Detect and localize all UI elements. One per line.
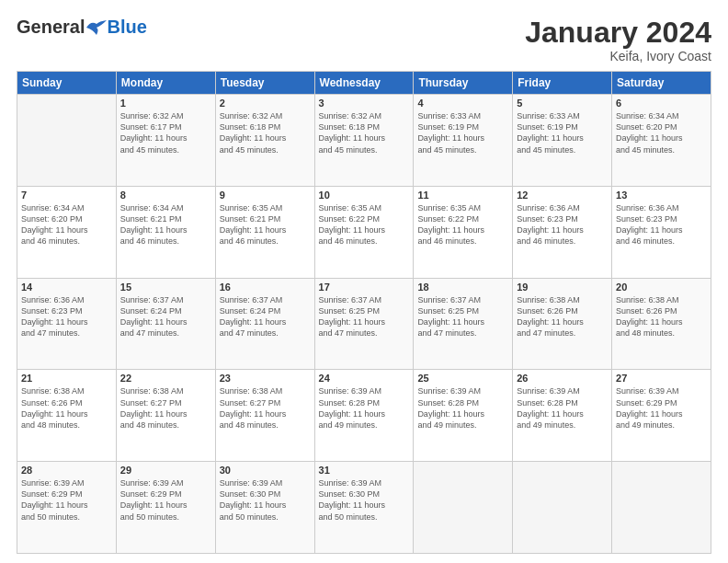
calendar-cell: 27Sunrise: 6:39 AM Sunset: 6:29 PM Dayli… [612, 370, 711, 462]
day-info: Sunrise: 6:33 AM Sunset: 6:19 PM Dayligh… [517, 110, 608, 155]
day-number: 24 [319, 373, 410, 384]
calendar-cell: 13Sunrise: 6:36 AM Sunset: 6:23 PM Dayli… [612, 186, 711, 278]
calendar-cell: 22Sunrise: 6:38 AM Sunset: 6:27 PM Dayli… [116, 370, 215, 462]
day-info: Sunrise: 6:38 AM Sunset: 6:26 PM Dayligh… [616, 294, 707, 339]
calendar-cell: 25Sunrise: 6:39 AM Sunset: 6:28 PM Dayli… [414, 370, 513, 462]
day-info: Sunrise: 6:35 AM Sunset: 6:22 PM Dayligh… [319, 202, 410, 247]
calendar-cell: 20Sunrise: 6:38 AM Sunset: 6:26 PM Dayli… [612, 278, 711, 370]
calendar-cell: 10Sunrise: 6:35 AM Sunset: 6:22 PM Dayli… [314, 186, 414, 278]
calendar-cell: 29Sunrise: 6:39 AM Sunset: 6:29 PM Dayli… [116, 462, 215, 554]
calendar-cell: 7Sunrise: 6:34 AM Sunset: 6:20 PM Daylig… [17, 186, 117, 278]
calendar-cell: 11Sunrise: 6:35 AM Sunset: 6:22 PM Dayli… [414, 186, 513, 278]
day-info: Sunrise: 6:39 AM Sunset: 6:30 PM Dayligh… [319, 477, 410, 523]
calendar-cell: 24Sunrise: 6:39 AM Sunset: 6:28 PM Dayli… [314, 370, 414, 462]
calendar-week-row: 28Sunrise: 6:39 AM Sunset: 6:29 PM Dayli… [17, 462, 711, 554]
day-info: Sunrise: 6:39 AM Sunset: 6:29 PM Dayligh… [21, 477, 112, 523]
day-number: 27 [616, 373, 707, 384]
day-info: Sunrise: 6:32 AM Sunset: 6:18 PM Dayligh… [220, 110, 311, 155]
day-info: Sunrise: 6:38 AM Sunset: 6:26 PM Dayligh… [517, 294, 608, 339]
calendar-cell: 5Sunrise: 6:33 AM Sunset: 6:19 PM Daylig… [513, 95, 612, 187]
day-number: 12 [517, 190, 608, 201]
logo-blue: Blue [107, 17, 146, 38]
day-info: Sunrise: 6:37 AM Sunset: 6:24 PM Dayligh… [120, 294, 211, 339]
day-info: Sunrise: 6:39 AM Sunset: 6:30 PM Dayligh… [220, 477, 311, 523]
day-number: 7 [21, 190, 112, 201]
day-info: Sunrise: 6:39 AM Sunset: 6:29 PM Dayligh… [120, 477, 211, 523]
header-tuesday: Tuesday [215, 72, 314, 95]
calendar-cell [17, 95, 117, 187]
day-number: 26 [517, 373, 608, 384]
calendar: Sunday Monday Tuesday Wednesday Thursday… [17, 71, 711, 554]
day-info: Sunrise: 6:37 AM Sunset: 6:24 PM Dayligh… [220, 294, 311, 339]
day-number: 19 [517, 282, 608, 293]
day-number: 9 [220, 190, 311, 201]
day-number: 20 [616, 282, 707, 293]
day-number: 11 [417, 190, 508, 201]
day-number: 8 [120, 190, 211, 201]
day-number: 3 [319, 98, 410, 109]
header: General Blue January 2024 Keifa, Ivory C… [17, 17, 711, 63]
calendar-cell: 2Sunrise: 6:32 AM Sunset: 6:18 PM Daylig… [215, 95, 314, 187]
location: Keifa, Ivory Coast [525, 49, 711, 63]
day-number: 2 [220, 98, 311, 109]
day-number: 15 [120, 282, 211, 293]
day-info: Sunrise: 6:35 AM Sunset: 6:22 PM Dayligh… [417, 202, 508, 247]
day-number: 25 [417, 373, 508, 384]
day-info: Sunrise: 6:38 AM Sunset: 6:27 PM Dayligh… [220, 385, 311, 431]
day-info: Sunrise: 6:34 AM Sunset: 6:21 PM Dayligh… [120, 202, 211, 247]
title-area: January 2024 Keifa, Ivory Coast [525, 17, 711, 63]
calendar-cell: 9Sunrise: 6:35 AM Sunset: 6:21 PM Daylig… [215, 186, 314, 278]
calendar-cell: 6Sunrise: 6:34 AM Sunset: 6:20 PM Daylig… [612, 95, 711, 187]
day-number: 28 [21, 465, 112, 476]
header-thursday: Thursday [414, 72, 513, 95]
header-wednesday: Wednesday [314, 72, 414, 95]
calendar-cell: 14Sunrise: 6:36 AM Sunset: 6:23 PM Dayli… [17, 278, 117, 370]
day-info: Sunrise: 6:38 AM Sunset: 6:27 PM Dayligh… [120, 385, 211, 431]
calendar-cell [414, 462, 513, 554]
calendar-week-row: 21Sunrise: 6:38 AM Sunset: 6:26 PM Dayli… [17, 370, 711, 462]
day-info: Sunrise: 6:39 AM Sunset: 6:29 PM Dayligh… [616, 385, 707, 431]
day-info: Sunrise: 6:37 AM Sunset: 6:25 PM Dayligh… [417, 294, 508, 339]
calendar-cell: 16Sunrise: 6:37 AM Sunset: 6:24 PM Dayli… [215, 278, 314, 370]
calendar-cell: 4Sunrise: 6:33 AM Sunset: 6:19 PM Daylig… [414, 95, 513, 187]
day-number: 4 [417, 98, 508, 109]
day-info: Sunrise: 6:36 AM Sunset: 6:23 PM Dayligh… [21, 294, 112, 339]
calendar-cell: 8Sunrise: 6:34 AM Sunset: 6:21 PM Daylig… [116, 186, 215, 278]
calendar-cell: 12Sunrise: 6:36 AM Sunset: 6:23 PM Dayli… [513, 186, 612, 278]
calendar-cell: 18Sunrise: 6:37 AM Sunset: 6:25 PM Dayli… [414, 278, 513, 370]
calendar-cell: 26Sunrise: 6:39 AM Sunset: 6:28 PM Dayli… [513, 370, 612, 462]
day-number: 21 [21, 373, 112, 384]
day-info: Sunrise: 6:33 AM Sunset: 6:19 PM Dayligh… [417, 110, 508, 155]
day-number: 31 [319, 465, 410, 476]
calendar-cell: 3Sunrise: 6:32 AM Sunset: 6:18 PM Daylig… [314, 95, 414, 187]
day-info: Sunrise: 6:36 AM Sunset: 6:23 PM Dayligh… [517, 202, 608, 247]
weekday-header-row: Sunday Monday Tuesday Wednesday Thursday… [17, 72, 711, 95]
day-number: 16 [220, 282, 311, 293]
logo-general: General [17, 17, 85, 38]
day-number: 14 [21, 282, 112, 293]
calendar-cell: 19Sunrise: 6:38 AM Sunset: 6:26 PM Dayli… [513, 278, 612, 370]
day-info: Sunrise: 6:38 AM Sunset: 6:26 PM Dayligh… [21, 385, 112, 431]
logo-text: General Blue [17, 17, 147, 38]
logo: General Blue [17, 17, 147, 38]
calendar-cell [513, 462, 612, 554]
day-info: Sunrise: 6:34 AM Sunset: 6:20 PM Dayligh… [616, 110, 707, 155]
logo-bird-icon [86, 20, 107, 35]
calendar-week-row: 7Sunrise: 6:34 AM Sunset: 6:20 PM Daylig… [17, 186, 711, 278]
calendar-cell: 1Sunrise: 6:32 AM Sunset: 6:17 PM Daylig… [116, 95, 215, 187]
day-number: 18 [417, 282, 508, 293]
calendar-cell: 31Sunrise: 6:39 AM Sunset: 6:30 PM Dayli… [314, 462, 414, 554]
day-info: Sunrise: 6:32 AM Sunset: 6:17 PM Dayligh… [120, 110, 211, 155]
calendar-week-row: 1Sunrise: 6:32 AM Sunset: 6:17 PM Daylig… [17, 95, 711, 187]
header-saturday: Saturday [612, 72, 711, 95]
header-monday: Monday [116, 72, 215, 95]
calendar-cell: 23Sunrise: 6:38 AM Sunset: 6:27 PM Dayli… [215, 370, 314, 462]
day-number: 1 [120, 98, 211, 109]
calendar-week-row: 14Sunrise: 6:36 AM Sunset: 6:23 PM Dayli… [17, 278, 711, 370]
day-number: 29 [120, 465, 211, 476]
day-number: 17 [319, 282, 410, 293]
page: General Blue January 2024 Keifa, Ivory C… [0, 0, 728, 563]
day-number: 30 [220, 465, 311, 476]
day-info: Sunrise: 6:34 AM Sunset: 6:20 PM Dayligh… [21, 202, 112, 247]
day-number: 5 [517, 98, 608, 109]
